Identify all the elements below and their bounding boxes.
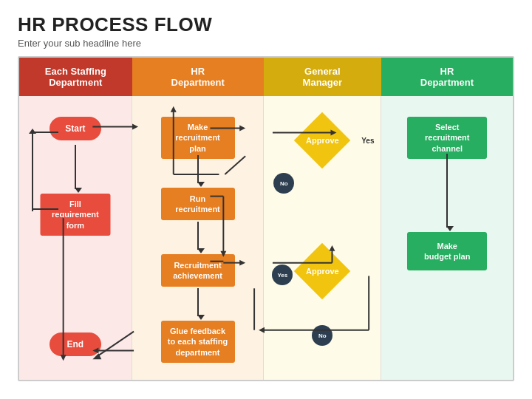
header-hr2: HRDepartment	[381, 58, 513, 96]
lane-gm: Approve No Yes	[264, 96, 381, 380]
page: HR PROCESS FLOW Enter your sub headline …	[0, 0, 532, 399]
run-recruitment-node: Run recruitment	[161, 188, 235, 220]
select-channel-node: Select recruitment channel	[407, 117, 487, 159]
recruitment-achievement-node: Recruitment achievement	[161, 254, 235, 287]
make-recruitment-node: Make recruitment plan	[161, 117, 235, 159]
lane-hr2: Select recruitment channel Make budget p…	[381, 96, 513, 380]
sub-headline: Enter your sub headline here	[18, 38, 514, 49]
make-budget-node: Make budget plan	[407, 232, 487, 270]
page-title: HR PROCESS FLOW	[18, 13, 514, 36]
approve1-label: Approve	[306, 136, 339, 145]
column-headers: Each StaffingDepartment HRDepartment Gen…	[19, 58, 513, 96]
approve2-label: Approve	[306, 267, 339, 276]
lane-staffing: Start Fill requirement form	[19, 96, 132, 380]
flow-diagram: Each StaffingDepartment HRDepartment Gen…	[18, 56, 514, 381]
yes2-node: Yes	[272, 265, 293, 285]
no1-node: No	[273, 173, 294, 194]
no2-node: No	[312, 325, 332, 346]
end-node: End	[50, 332, 101, 356]
glue-feedback-node: Glue feedback to each staffing departmen…	[161, 321, 235, 363]
header-staffing: Each StaffingDepartment	[19, 58, 132, 96]
header-hr1: HRDepartment	[132, 58, 264, 96]
lane-hr1: Make recruitment plan Run recruitment	[132, 96, 265, 380]
flow-body: Start Fill requirement form	[19, 96, 513, 380]
header-gm: GeneralManager	[264, 58, 381, 96]
fill-req-node: Fill requirement form	[40, 194, 110, 236]
yes1-label: Yes	[361, 137, 374, 145]
start-node: Start	[50, 117, 101, 140]
